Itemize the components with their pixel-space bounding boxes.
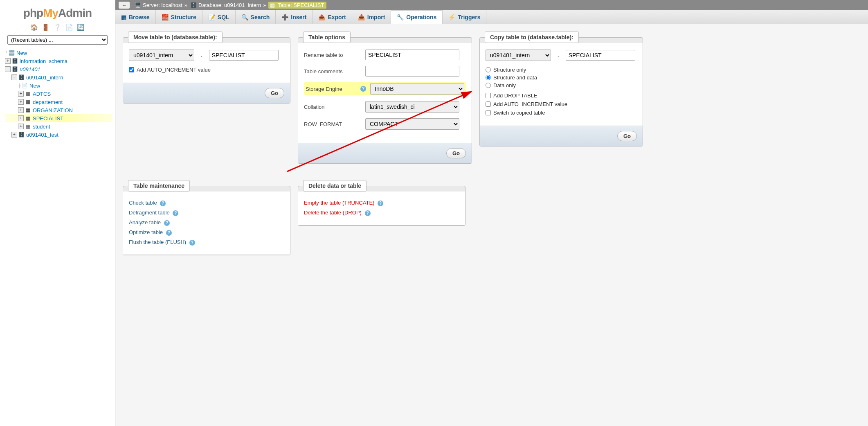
expander-icon[interactable]: − <box>5 66 11 72</box>
expander-icon[interactable]: + <box>18 91 24 97</box>
logo[interactable]: phpMyAdmin <box>0 3 115 21</box>
insert-icon: ➕ <box>281 14 288 20</box>
help-icon[interactable]: ? <box>360 86 366 92</box>
copy-switch-checkbox[interactable] <box>486 110 491 115</box>
help-icon[interactable]: ? <box>166 230 172 236</box>
sidebar-quick-icons: 🏠 🚪 ❔ 📄 🔄 <box>0 21 115 35</box>
flush-table-link[interactable]: Flush the table (FLUSH) ? <box>129 237 284 247</box>
panel-table-maintenance: Table maintenance Check table ? Defragme… <box>123 180 290 255</box>
copy-db-select[interactable]: u091401_intern <box>486 50 551 61</box>
copy-go-button[interactable]: Go <box>617 131 637 141</box>
move-table-input[interactable] <box>209 50 279 61</box>
expander-icon[interactable]: + <box>5 58 11 64</box>
tree-db-test[interactable]: u091401_test <box>26 132 58 138</box>
expander-icon[interactable]: − <box>11 74 17 80</box>
rowformat-select[interactable]: COMPACT <box>365 118 459 130</box>
expander-icon[interactable]: + <box>18 115 24 121</box>
recent-tables-select[interactable]: (Recent tables) ... <box>7 35 108 45</box>
help-icon[interactable]: ? <box>365 210 371 216</box>
table-icon: ▦ <box>25 90 31 97</box>
table-icon: ▦ <box>25 123 31 130</box>
copy-drop-checkbox[interactable] <box>486 93 491 98</box>
copy-structure-only-radio[interactable] <box>486 67 491 72</box>
analyze-table-link[interactable]: Analyze table ? <box>129 218 284 228</box>
tab-insert[interactable]: ➕Insert <box>276 10 313 24</box>
crumb-table[interactable]: Table: SPECIALIST <box>278 2 324 8</box>
expander-icon[interactable]: + <box>18 99 24 105</box>
copy-autoinc-checkbox[interactable] <box>486 101 491 107</box>
check-table-link[interactable]: Check table ? <box>129 198 284 208</box>
storage-engine-select[interactable]: InnoDB <box>370 83 464 95</box>
tree-new-db[interactable]: New <box>16 50 27 56</box>
help-icon[interactable]: ? <box>173 210 178 216</box>
move-db-select[interactable]: u091401_intern <box>129 50 194 61</box>
help-icon[interactable]: ? <box>189 240 195 246</box>
drop-table-link[interactable]: Delete the table (DROP) ? <box>304 208 459 218</box>
defragment-table-link[interactable]: Defragment table ? <box>129 208 284 218</box>
browse-icon: ▦ <box>121 14 126 20</box>
tree-db-intern[interactable]: u091401_intern <box>26 74 63 81</box>
tab-export[interactable]: 📤Export <box>313 10 352 24</box>
database-icon: 🗄️ <box>11 58 18 64</box>
structure-icon: 🧱 <box>162 14 169 20</box>
expander-icon[interactable]: + <box>11 132 17 137</box>
tree-tbl-student[interactable]: student <box>33 124 50 130</box>
tab-import[interactable]: 📥Import <box>352 10 391 24</box>
collation-select[interactable]: latin1_swedish_ci <box>365 101 459 113</box>
tree-db-u091401[interactable]: u091401 <box>20 66 40 72</box>
collation-label: Collation <box>304 104 361 110</box>
copy-structure-only-label: Structure only <box>493 67 526 73</box>
tree-tbl-dept[interactable]: departement <box>33 99 63 105</box>
query-icon[interactable]: ❔ <box>54 24 61 31</box>
tree-tbl-org[interactable]: ORGANIZATION <box>33 107 73 113</box>
copy-switch-label: Switch to copied table <box>493 110 545 116</box>
help-icon[interactable]: ? <box>160 201 166 206</box>
logout-icon[interactable]: 🚪 <box>42 24 49 31</box>
optimize-table-link[interactable]: Optimize table ? <box>129 228 284 237</box>
rowformat-label: ROW_FORMAT <box>304 121 361 127</box>
tab-operations[interactable]: 🔧Operations <box>391 10 443 24</box>
move-go-button[interactable]: Go <box>265 88 284 98</box>
expander-icon[interactable]: + <box>18 124 24 129</box>
tree-db-info-schema[interactable]: information_schema <box>20 58 67 64</box>
table-comments-input[interactable] <box>365 66 459 77</box>
help-icon[interactable]: ? <box>164 220 170 226</box>
panel-legend: Table maintenance <box>128 180 190 192</box>
panel-copy-table: Copy table to (database.table): u091401_… <box>479 32 643 147</box>
tab-structure[interactable]: 🧱Structure <box>156 10 202 24</box>
copy-autoinc-label: Add AUTO_INCREMENT value <box>493 101 567 107</box>
reload-icon[interactable]: 🔄 <box>77 24 85 31</box>
panel-move-table: Move table to (database.table): u091401_… <box>123 32 290 104</box>
back-button[interactable]: ← <box>119 2 130 9</box>
nav-tree: └🆕New +🗄️information_schema −🗄️u091401 −… <box>0 49 115 139</box>
database-icon: 🗄️ <box>190 2 197 8</box>
options-go-button[interactable]: Go <box>446 148 466 158</box>
rename-table-input[interactable] <box>365 50 459 60</box>
copy-structure-data-radio[interactable] <box>486 75 491 80</box>
truncate-table-link[interactable]: Empty the table (TRUNCATE) ? <box>304 198 459 208</box>
panel-delete-data: Delete data or table Empty the table (TR… <box>298 180 465 226</box>
copy-table-input[interactable] <box>566 50 635 61</box>
tree-new-table[interactable]: New <box>29 83 40 89</box>
crumb-database[interactable]: Database: u091401_intern <box>198 2 261 8</box>
tab-search[interactable]: 🔍Search <box>236 10 276 24</box>
docs-icon[interactable]: 📄 <box>65 24 73 31</box>
panel-legend: Table options <box>303 32 351 43</box>
crumb-server[interactable]: Server: localhost <box>143 2 182 8</box>
copy-data-only-radio[interactable] <box>486 83 491 88</box>
help-icon[interactable]: ? <box>378 201 383 206</box>
tab-triggers[interactable]: ⚡Triggers <box>443 10 486 24</box>
tree-tbl-adtcs[interactable]: ADTCS <box>33 91 51 97</box>
rename-label: Rename table to <box>304 52 361 58</box>
home-icon[interactable]: 🏠 <box>30 24 38 31</box>
move-autoinc-checkbox[interactable] <box>129 67 134 72</box>
table-icon: ▦ <box>25 99 31 105</box>
tree-tbl-specialist[interactable]: SPECIALIST <box>33 115 63 122</box>
table-icon: ▦ <box>25 107 31 113</box>
expander-icon[interactable]: + <box>18 107 24 113</box>
panel-legend: Copy table to (database.table): <box>485 32 579 43</box>
table-icon: ▦ <box>270 2 275 8</box>
tab-sql[interactable]: 📝SQL <box>202 10 236 24</box>
copy-structure-data-label: Structure and data <box>493 74 537 81</box>
tab-browse[interactable]: ▦Browse <box>115 10 156 24</box>
